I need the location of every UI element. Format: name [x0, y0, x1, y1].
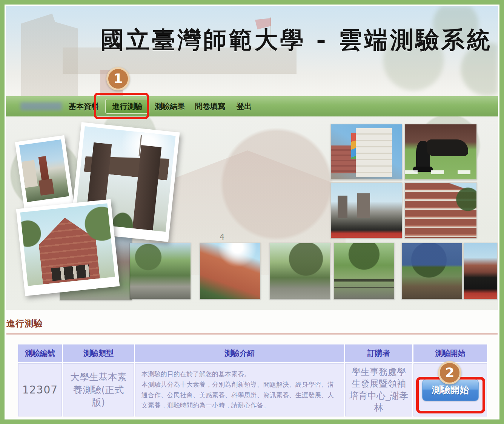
test-intro-line1: 本測驗的目的在於了解您的基本素養。: [141, 369, 250, 380]
step-2-badge: 2: [438, 361, 461, 384]
test-table: 測驗編號 測驗類型 測驗介紹 訂購者 測驗開始 12307 大學生基本素養測驗(…: [18, 344, 488, 416]
photo-brick-classroom-building: [404, 182, 477, 238]
statue-photo-building: [22, 160, 38, 188]
statue-photo-pedestal: [38, 179, 54, 196]
step-1-badge: 1: [106, 67, 130, 90]
photo-collage: 4: [6, 116, 498, 310]
gate-circle-tower-left: [338, 196, 347, 218]
rock-sculpture: [427, 139, 468, 156]
photo-orange-building: [200, 243, 261, 299]
nav-item-test-results[interactable]: 測驗結果: [155, 101, 185, 112]
cell-orderer: 學生事務處學生發展暨領袖培育中心_謝孝林: [345, 363, 412, 416]
slide-indicator: 4: [220, 233, 224, 242]
section-divider: [6, 334, 498, 334]
nav-item-logout[interactable]: 登出: [237, 101, 252, 112]
col-header-test-type: 測驗類型: [63, 344, 134, 362]
photo-chess-sculpture: [404, 124, 477, 180]
nav-item-questionnaire[interactable]: 問卷填寫: [195, 101, 225, 112]
col-header-orderer: 訂購者: [345, 344, 412, 362]
mural-photo-white-tower: [356, 128, 392, 177]
auditorium-photo-tree-right: [80, 203, 115, 262]
col-header-test-id: 測驗編號: [18, 344, 62, 362]
col-header-test-intro: 測驗介紹: [135, 344, 344, 362]
cell-test-type: 大學生基本素養測驗(正式版): [63, 363, 134, 416]
cell-test-id: 12307: [18, 363, 62, 416]
site-title: 國立臺灣師範大學 - 雲端測驗系統: [97, 24, 496, 56]
chess-photo-paving: [405, 170, 476, 174]
nav-bar: 基本資料 進行測驗 測驗結果 問卷填寫 登出: [6, 96, 498, 116]
photo-gate-flower-circle: [330, 182, 402, 238]
cell-test-intro: 本測驗的目的在於了解您的基本素養。 本測驗共分為十大素養，分別為創新領導、問題解…: [135, 363, 344, 416]
gate-circle-tower-right: [357, 193, 370, 218]
photo-deck-path: [130, 243, 191, 299]
photo-mural-building: [330, 124, 402, 180]
username-blurred: [20, 102, 62, 110]
polaroid-statue-photo: [15, 135, 74, 213]
photo-benches-trees: [333, 243, 395, 299]
photo-campus-trees: [269, 243, 330, 299]
nav-item-take-test-active[interactable]: 進行測驗: [105, 99, 149, 114]
col-header-test-start: 測驗開始: [413, 344, 487, 362]
header-banner: 國立臺灣師範大學 - 雲端測驗系統: [6, 6, 498, 96]
nav-item-basic-info[interactable]: 基本資料: [69, 101, 99, 112]
gate-photo-bush: [111, 211, 135, 228]
test-intro-line2: 本測驗共分為十大素養，分別為創新領導、問題解決、終身學習、溝通合作、公民社會、美…: [141, 380, 338, 411]
page: 國立臺灣師範大學 - 雲端測驗系統 基本資料 進行測驗 測驗結果 問卷填寫 登出: [0, 0, 504, 424]
photo-wooden-deck: [401, 243, 463, 299]
polaroid-auditorium-photo: [16, 199, 120, 296]
photo-pond-building: [464, 243, 498, 299]
section-title: 進行測驗: [6, 318, 43, 329]
